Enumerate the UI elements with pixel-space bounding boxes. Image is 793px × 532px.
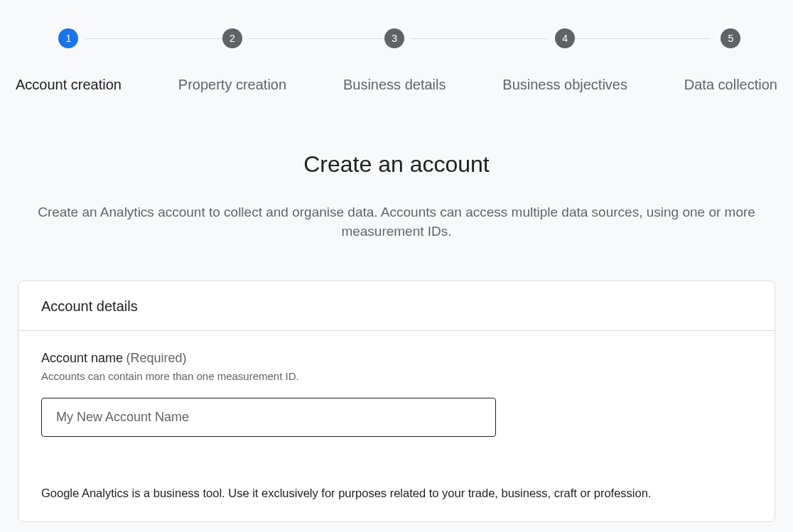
card-body: Account name (Required) Accounts can con… xyxy=(18,331,775,521)
disclaimer-text: Google Analytics is a business tool. Use… xyxy=(41,487,752,500)
page-title: Create an account xyxy=(0,151,793,178)
stepper: 1 Account creation 2 Property creation 3… xyxy=(0,0,793,93)
card-header: Account details xyxy=(18,281,775,331)
step-number-badge: 1 xyxy=(58,28,78,48)
step-number-badge: 2 xyxy=(222,28,242,48)
step-number-badge: 5 xyxy=(721,28,740,48)
step-label: Business details xyxy=(343,77,446,93)
field-help-text: Accounts can contain more than one measu… xyxy=(41,370,752,382)
step-number-badge: 4 xyxy=(555,28,575,48)
required-hint-text: (Required) xyxy=(126,351,187,365)
step-business-details[interactable]: 3 Business details xyxy=(343,28,446,93)
account-name-input[interactable] xyxy=(41,398,496,437)
step-label: Business objectives xyxy=(502,77,627,93)
account-name-label: Account name xyxy=(41,351,123,365)
step-label: Property creation xyxy=(178,77,286,93)
field-label-row: Account name (Required) xyxy=(41,351,752,366)
step-property-creation[interactable]: 2 Property creation xyxy=(178,28,286,93)
step-number-badge: 3 xyxy=(384,28,404,48)
account-details-card: Account details Account name (Required) … xyxy=(18,281,775,522)
step-account-creation[interactable]: 1 Account creation xyxy=(16,28,122,93)
step-label: Account creation xyxy=(16,77,122,93)
step-data-collection[interactable]: 5 Data collection xyxy=(684,28,777,93)
step-label: Data collection xyxy=(684,77,777,93)
page-description: Create an Analytics account to collect a… xyxy=(0,203,793,241)
step-business-objectives[interactable]: 4 Business objectives xyxy=(502,28,627,93)
